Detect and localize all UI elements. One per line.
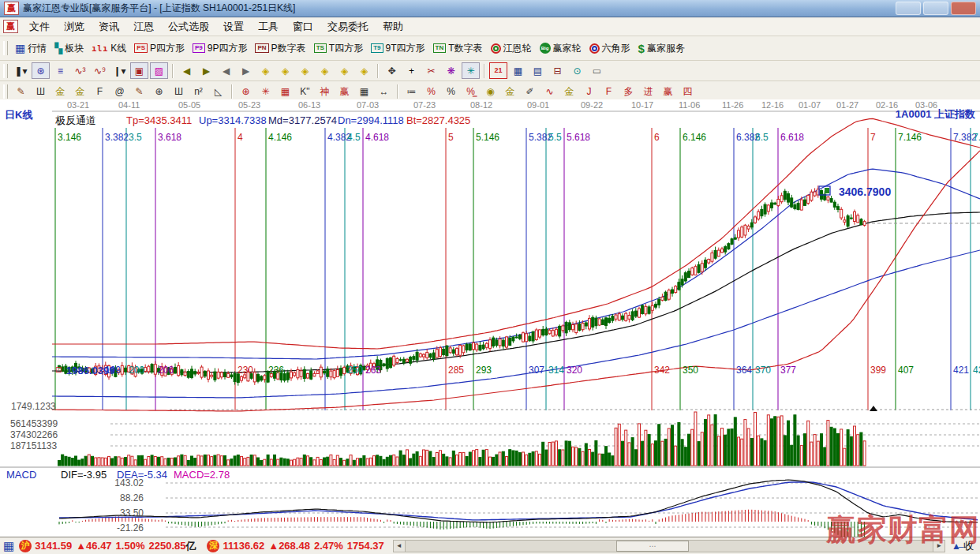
web-grid-tool-button[interactable]: ▦ bbox=[276, 83, 294, 99]
percent-line-button[interactable]: %͇ bbox=[462, 83, 480, 99]
menu-0[interactable]: 文件 bbox=[22, 18, 57, 36]
toolbar-winner-service[interactable]: $赢家服务 bbox=[634, 40, 689, 57]
pencil-badge-button[interactable]: ✎ bbox=[130, 83, 148, 99]
gann-diamond-star-button[interactable]: ◈ bbox=[335, 62, 353, 79]
frame-chart-button[interactable]: ▣ bbox=[130, 62, 148, 79]
scroll-left-button[interactable]: ◄ bbox=[393, 540, 406, 552]
toolbar-p9-square[interactable]: P99P四方形 bbox=[189, 40, 251, 57]
toolbar-p-square[interactable]: PSP四方形 bbox=[130, 40, 189, 57]
menu-8[interactable]: 交易委托 bbox=[320, 18, 376, 36]
toolbar-sectors[interactable]: ▚板块 bbox=[50, 40, 88, 57]
menu-7[interactable]: 窗口 bbox=[286, 18, 320, 36]
gold-line-button[interactable]: 金 bbox=[501, 83, 519, 99]
title-bar[interactable]: 赢 赢家江恩专业版[赢家服务平台] - [上证指数 SH1A0001-251日K… bbox=[0, 0, 980, 17]
web-tool-button[interactable]: ✳ bbox=[256, 83, 275, 99]
smart-tool-button[interactable]: ✳ bbox=[462, 62, 480, 79]
menu-6[interactable]: 工具 bbox=[251, 18, 286, 36]
menu-2[interactable]: 资讯 bbox=[92, 18, 126, 36]
span-tool-button[interactable]: ↔ bbox=[375, 83, 393, 99]
gann-diamond-plus-button[interactable]: ◈ bbox=[355, 62, 373, 79]
menu-bar: 赢 文件浏览资讯江恩公式选股设置工具窗口交易委托帮助 bbox=[0, 17, 980, 36]
brush-tool-button[interactable]: ✐ bbox=[521, 83, 539, 99]
toolbar-hexagon[interactable]: 六角形 bbox=[585, 40, 634, 57]
menu-5[interactable]: 设置 bbox=[216, 18, 251, 36]
f-line-button[interactable]: F bbox=[600, 83, 618, 99]
print-button[interactable]: ▭ bbox=[588, 62, 606, 79]
maximize-button[interactable] bbox=[923, 2, 948, 15]
gold-box-button[interactable]: 金 bbox=[560, 83, 578, 99]
gann-level-3: 3.618 bbox=[158, 133, 181, 142]
shen-tool-button[interactable]: 神 bbox=[316, 83, 334, 99]
calculator-button[interactable]: ▦ bbox=[509, 62, 527, 79]
color-chart-button[interactable]: ▨ bbox=[150, 62, 168, 79]
toolbar-quotes[interactable]: ▦行情 bbox=[11, 40, 50, 57]
angle-tool-button[interactable]: ◺ bbox=[209, 83, 227, 99]
time-comb-button[interactable]: Ш bbox=[32, 83, 50, 99]
gann-diamond-lr-button[interactable]: ◈ bbox=[296, 62, 314, 79]
gold-comb-2-button[interactable]: 金 bbox=[71, 83, 89, 99]
gann-level-17: 6.5 bbox=[755, 133, 769, 142]
toolbar-winner-wheel[interactable]: Big赢家轮 bbox=[536, 40, 585, 57]
gold-circle-button[interactable]: ◉ bbox=[481, 83, 499, 99]
last-page-button[interactable]: ▶ bbox=[197, 62, 215, 79]
save-button[interactable]: ⊟ bbox=[548, 62, 567, 79]
calendar-button[interactable]: 21 bbox=[489, 62, 507, 79]
enter-line-button[interactable]: 进 bbox=[639, 83, 657, 99]
pattern-tool-button[interactable]: ⊛ bbox=[32, 62, 50, 79]
crosshair-tool-button[interactable]: + bbox=[402, 62, 421, 79]
j-line-button[interactable]: J bbox=[580, 83, 598, 99]
multi-line-button[interactable]: 多 bbox=[619, 83, 638, 99]
gann-diamond-left-button[interactable]: ◈ bbox=[256, 62, 275, 79]
first-page-button[interactable]: ◀ bbox=[178, 62, 196, 79]
target-tool-button[interactable]: ⊕ bbox=[237, 83, 255, 99]
ab-wave-button[interactable]: ∿ bbox=[540, 83, 559, 99]
gann-diamond-x-button[interactable]: ◈ bbox=[316, 62, 334, 79]
win-line-button[interactable]: 赢 bbox=[659, 83, 677, 99]
draw-pencil-button[interactable]: ✎ bbox=[12, 83, 30, 99]
info-panel-button[interactable]: ≡ bbox=[51, 62, 69, 79]
kline-style-dropdown-button[interactable]: ❚▾ bbox=[12, 62, 30, 79]
cut-tool-button[interactable]: ✂ bbox=[422, 62, 440, 79]
wave-9-button[interactable]: ∿⁹ bbox=[91, 62, 109, 79]
ying-tool-button[interactable]: 赢 bbox=[335, 83, 353, 99]
minimize-button[interactable] bbox=[896, 2, 921, 15]
percent-button[interactable]: % bbox=[442, 83, 460, 99]
n-square-button[interactable]: n² bbox=[189, 83, 208, 99]
menu-1[interactable]: 浏览 bbox=[57, 18, 92, 36]
k-quote-tool-button[interactable]: K" bbox=[296, 83, 314, 99]
toolbar-t9-square[interactable]: T99T四方形 bbox=[367, 40, 428, 57]
hand-tool-button[interactable]: ✥ bbox=[383, 62, 401, 79]
percent-retrace-button[interactable]: % bbox=[422, 83, 440, 99]
si-line-button[interactable]: 四 bbox=[679, 83, 697, 99]
shenzhen-icon[interactable]: 深 bbox=[207, 540, 219, 552]
toolbar-t-number-table[interactable]: TNT数字表 bbox=[429, 40, 487, 57]
menu-3[interactable]: 江恩 bbox=[126, 18, 161, 36]
shanghai-icon[interactable]: 沪 bbox=[19, 540, 32, 552]
next-page-button[interactable]: ▶ bbox=[237, 62, 255, 79]
quote-table-icon[interactable]: ▦ bbox=[3, 539, 14, 553]
f-comb-button[interactable]: F bbox=[91, 83, 109, 99]
scale-ruler-button[interactable]: ≔ bbox=[402, 83, 421, 99]
prev-page-button[interactable]: ◀ bbox=[217, 62, 235, 79]
grid-123-button[interactable]: ▦ bbox=[355, 83, 373, 99]
menu-4[interactable]: 公式选股 bbox=[161, 18, 216, 36]
knot-tool-button[interactable]: ❋ bbox=[442, 62, 460, 79]
toolbar-p-number-table[interactable]: PNP数字表 bbox=[251, 40, 309, 57]
toolbar-gann-wheel[interactable]: 江恩轮 bbox=[487, 40, 536, 57]
gold-comb-1-button[interactable]: 金 bbox=[51, 83, 69, 99]
close-button[interactable] bbox=[951, 2, 976, 15]
wave-3-button[interactable]: ∿³ bbox=[71, 62, 89, 79]
scrollbar-thumb[interactable]: ⋯ bbox=[616, 541, 689, 552]
notepad-button[interactable]: ▤ bbox=[529, 62, 547, 79]
world-clock-button[interactable]: ⊙ bbox=[568, 62, 586, 79]
spiral-button[interactable]: @ bbox=[110, 83, 129, 99]
gann-diamond-right-button[interactable]: ◈ bbox=[276, 62, 294, 79]
menu-9[interactable]: 帮助 bbox=[376, 18, 410, 36]
plain-comb-button[interactable]: Ш bbox=[170, 83, 188, 99]
gann-level-19: 7 bbox=[870, 133, 876, 142]
toolbar-kline[interactable]: ılıK线 bbox=[88, 40, 130, 57]
single-candle-dropdown-button[interactable]: ❙▾ bbox=[110, 62, 129, 79]
toolbar-t-square[interactable]: TST四方形 bbox=[310, 40, 368, 57]
time-clock-button[interactable]: ⊕ bbox=[150, 83, 168, 99]
gann-level-5: 4.146 bbox=[268, 133, 292, 142]
